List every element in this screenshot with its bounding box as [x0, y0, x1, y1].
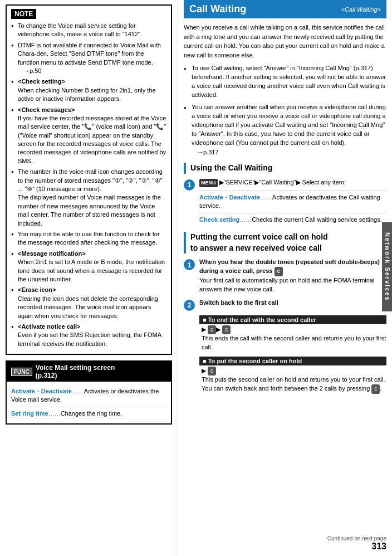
step-1: 1 MENU ▶"SERVICE"▶"Call Waiting"▶ Select… — [184, 178, 386, 226]
hold-step-1-number: 1 — [184, 259, 195, 270]
to-hold-content: ▶ c This puts the second caller on hold … — [199, 367, 386, 394]
step-1-number: 1 — [184, 179, 195, 191]
note-box: NOTE To change the Voice mail service se… — [6, 4, 172, 355]
using-call-waiting-title: Using the Call Waiting — [184, 163, 386, 174]
right-footer: Continued on next page 313 — [327, 535, 386, 552]
hold-step-2: 2 Switch back to the first call — [184, 299, 386, 311]
note-item-1: To change the Voice mail service setting… — [11, 22, 166, 39]
func-badge: FUNC — [11, 368, 32, 376]
network-services-tab: Network Services — [382, 222, 392, 311]
hold-section-title: Putting the current voice call on holdto… — [184, 232, 386, 253]
step-1-content: MENU ▶"SERVICE"▶"Call Waiting"▶ Select a… — [199, 178, 386, 226]
hold-step-2-number: 2 — [184, 300, 195, 311]
note-title: NOTE — [11, 9, 36, 19]
left-column: NOTE To change the Voice mail service se… — [0, 0, 178, 556]
phone-icon-4: c — [208, 367, 216, 376]
hold-step-2-content: Switch back to the first call — [199, 299, 386, 308]
note-item-2: DTMF is not available if connected to Vo… — [11, 41, 166, 76]
voicemail-row-activate: Activate・Deactivate……Activates or deacti… — [11, 385, 166, 407]
call-waiting-tag: <Call Waiting> — [341, 6, 381, 13]
right-column: Call Waiting <Call Waiting> When you rec… — [178, 0, 392, 556]
voicemail-body: Activate・Deactivate……Activates or deacti… — [7, 382, 171, 423]
page-number: 313 — [371, 542, 386, 551]
phone-icon-1: c — [275, 267, 283, 276]
option-check: Check setting……Checks the current Call w… — [199, 213, 386, 226]
note-item-7: <Message notification>When 2in1 is set t… — [11, 250, 166, 284]
voicemail-header: FUNC Voice Mail setting screen (p.312) — [7, 362, 171, 382]
to-end-label: ■ To end the call with the second caller — [199, 315, 386, 324]
note-item-8: <Erase icon>Clearing the icon does not d… — [11, 286, 166, 320]
phone-icon-5: c — [371, 384, 380, 394]
phone-icon-3: c — [222, 325, 231, 335]
voicemail-box: FUNC Voice Mail setting screen (p.312) A… — [6, 360, 172, 425]
note-list: To change the Voice mail service setting… — [11, 22, 166, 348]
call-waiting-bullets: To use Call waiting, select "Answer" in … — [184, 64, 386, 157]
hold-step-1: 1 When you hear the double tones (repeat… — [184, 258, 386, 294]
call-waiting-title: Call Waiting — [189, 3, 246, 15]
menu-icon: MENU — [199, 179, 218, 187]
step2-subsections: ■ To end the call with the second caller… — [199, 315, 386, 394]
bullet-2: You can answer another call when you rec… — [184, 103, 386, 158]
note-item-3: <Check setting>When checking Number B se… — [11, 77, 166, 103]
to-end-content: ▶ c▶ c This ends the call with the secon… — [199, 325, 386, 352]
hold-step-1-content: When you hear the double tones (repeated… — [199, 258, 386, 294]
note-item-6: You may not be able to use this function… — [11, 230, 166, 247]
voicemail-row-ringtime: Set ring time……Changes the ring time. — [11, 407, 166, 420]
note-item-4: <Check messages>If you have the recorded… — [11, 106, 166, 166]
to-hold-label: ■ To put the second caller on hold — [199, 357, 386, 365]
call-waiting-header: Call Waiting <Call Waiting> — [184, 0, 386, 18]
continued-text: Continued on next page — [327, 535, 386, 542]
call-waiting-intro: When you receive a call while talking on… — [184, 23, 386, 60]
note-item-9: <Activate notice call>Even if you set th… — [11, 323, 166, 348]
voicemail-title: Voice Mail setting screen (p.312) — [36, 364, 115, 379]
bullet-1: To use Call waiting, select "Answer" in … — [184, 64, 386, 100]
phone-icon-2: c — [208, 325, 216, 335]
option-activate: Activate・Deactivate……Activates or deacti… — [199, 191, 386, 213]
note-item-5: The number in the voice mail icon change… — [11, 168, 166, 228]
